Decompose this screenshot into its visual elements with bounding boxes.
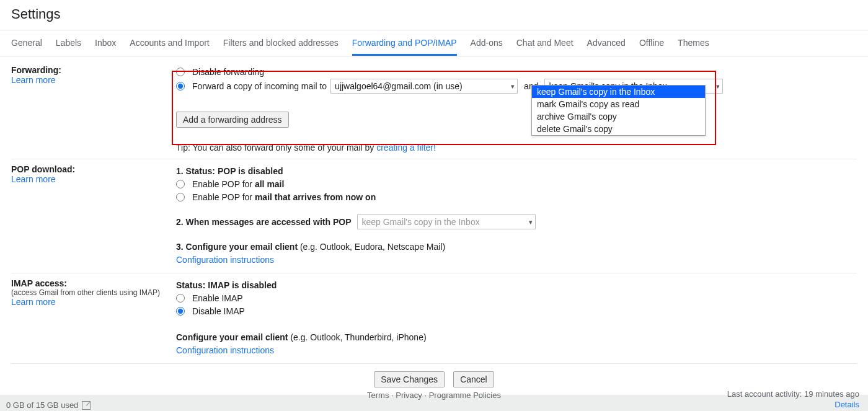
pop-when-accessed: 2. When messages are accessed with POP [176, 216, 351, 228]
chevron-down-icon: ▾ [511, 80, 515, 92]
tab-inbox[interactable]: Inbox [95, 30, 116, 56]
disable-forwarding-label: Disable forwarding [192, 66, 264, 78]
section-imap: IMAP access: (access Gmail from other cl… [11, 273, 857, 364]
dropdown-option[interactable]: keep Gmail's copy in the Inbox [532, 86, 705, 98]
dropdown-option[interactable]: mark Gmail's copy as read [532, 98, 705, 110]
last-activity: Last account activity: 19 minutes ago [727, 389, 859, 399]
forwarding-tip: Tip: You can also forward only some of y… [176, 143, 857, 152]
external-link-icon[interactable] [82, 401, 91, 410]
pop-action-select[interactable]: keep Gmail's copy in the Inbox ▾ [357, 214, 536, 229]
tab-add-ons[interactable]: Add-ons [471, 30, 503, 56]
disable-forwarding-radio[interactable] [176, 68, 185, 76]
add-forwarding-address-button[interactable]: Add a forwarding address [176, 112, 289, 128]
tab-filters-and-blocked-addresses[interactable]: Filters and blocked addresses [223, 30, 339, 56]
forward-copy-label: Forward a copy of incoming mail to [192, 80, 327, 92]
forwarding-address-select[interactable]: ujjwalgoel64@gmail.com (in use) ▾ [330, 79, 518, 94]
pop-learn-more-link[interactable]: Learn more [11, 174, 56, 184]
footer-storage: 0 GB of 15 GB used [6, 400, 91, 410]
imap-configure-label: Configure your email client (e.g. Outloo… [176, 331, 427, 343]
dropdown-option[interactable]: delete Gmail's copy [532, 123, 705, 135]
imap-learn-more-link[interactable]: Learn more [11, 297, 56, 307]
dropdown-option[interactable]: archive Gmail's copy [532, 110, 705, 123]
settings-tabs: GeneralLabelsInboxAccounts and ImportFil… [0, 30, 868, 56]
pop-configure-label: 3. Configure your email client (e.g. Out… [176, 241, 445, 253]
tab-forwarding-and-pop-imap[interactable]: Forwarding and POP/IMAP [352, 30, 457, 56]
pop-heading: POP download: [11, 164, 176, 174]
tab-chat-and-meet[interactable]: Chat and Meet [516, 30, 574, 56]
imap-enable-radio[interactable] [176, 294, 185, 303]
tab-advanced[interactable]: Advanced [587, 30, 626, 56]
chevron-down-icon: ▾ [529, 216, 533, 228]
create-filter-link[interactable]: creating a filter! [376, 143, 436, 152]
pop-enable-now-label: Enable POP for mail that arrives from no… [192, 191, 376, 203]
tip-text: Tip: You can also forward only some of y… [176, 143, 376, 152]
pop-enable-all-radio[interactable] [176, 180, 185, 188]
tab-accounts-and-import[interactable]: Accounts and Import [130, 30, 209, 56]
page-title: Settings [0, 0, 868, 30]
pop-enable-now-radio[interactable] [176, 193, 185, 201]
imap-subheading: (access Gmail from other clients using I… [11, 288, 176, 297]
tab-general[interactable]: General [11, 30, 42, 56]
tab-labels[interactable]: Labels [56, 30, 81, 56]
forward-copy-radio[interactable] [176, 82, 185, 91]
forwarding-action-dropdown[interactable]: keep Gmail's copy in the Inboxmark Gmail… [531, 85, 706, 136]
pop-status-pre: 1. Status: [176, 166, 218, 176]
storage-text: 0 GB of 15 GB used [6, 400, 78, 410]
tab-themes[interactable]: Themes [678, 30, 709, 56]
imap-status-pre: Status: [176, 280, 208, 290]
pop-enable-all-label: Enable POP for all mail [192, 178, 284, 190]
tab-offline[interactable]: Offline [639, 30, 664, 56]
pop-action-value: keep Gmail's copy in the Inbox [361, 216, 479, 228]
imap-config-instructions-link[interactable]: Configuration instructions [176, 344, 274, 356]
save-changes-button[interactable]: Save Changes [374, 371, 445, 387]
imap-status: IMAP is disabled [208, 280, 277, 290]
chevron-down-icon: ▾ [716, 80, 720, 92]
cancel-button[interactable]: Cancel [453, 371, 494, 387]
forwarding-heading: Forwarding: [11, 65, 176, 75]
pop-status: POP is disabled [218, 166, 283, 176]
imap-enable-label: Enable IMAP [192, 292, 243, 304]
activity-details-link[interactable]: Details [835, 400, 859, 409]
imap-heading: IMAP access: [11, 278, 176, 288]
forwarding-address-value: ujjwalgoel64@gmail.com (in use) [335, 80, 463, 92]
pop-config-instructions-link[interactable]: Configuration instructions [176, 254, 274, 266]
section-forwarding: Forwarding: Learn more Disable forwardin… [11, 60, 857, 159]
imap-disable-label: Disable IMAP [192, 305, 245, 317]
forwarding-learn-more-link[interactable]: Learn more [11, 75, 56, 85]
imap-disable-radio[interactable] [176, 307, 185, 316]
section-pop: POP download: Learn more 1. Status: POP … [11, 159, 857, 273]
